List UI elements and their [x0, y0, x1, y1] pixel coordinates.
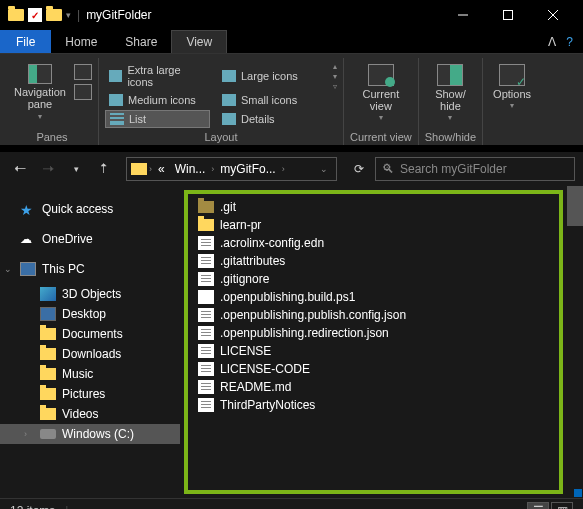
- sidebar-item-label: 3D Objects: [62, 287, 121, 301]
- layout-more-icon[interactable]: ▿: [333, 82, 337, 91]
- sidebar-item[interactable]: Downloads: [0, 344, 180, 364]
- address-dropdown-icon[interactable]: ⌄: [316, 164, 332, 174]
- file-icon: [198, 290, 214, 304]
- layout-option[interactable]: Details: [218, 110, 323, 128]
- file-item[interactable]: LICENSE: [194, 342, 553, 360]
- currentview-group-label: Current view: [350, 129, 412, 145]
- file-item[interactable]: .gitignore: [194, 270, 553, 288]
- sidebar-item[interactable]: Desktop: [0, 304, 180, 324]
- caret-down-icon[interactable]: ⌄: [4, 264, 14, 274]
- file-item[interactable]: .acrolinx-config.edn: [194, 234, 553, 252]
- search-input[interactable]: [400, 162, 568, 176]
- svg-rect-1: [503, 11, 512, 20]
- file-name: .git: [220, 200, 236, 214]
- file-item[interactable]: LICENSE-CODE: [194, 360, 553, 378]
- tab-file[interactable]: File: [0, 30, 51, 53]
- file-item[interactable]: .openpublishing.redirection.json: [194, 324, 553, 342]
- forward-button[interactable]: 🠒: [36, 157, 60, 181]
- tab-view[interactable]: View: [171, 30, 227, 53]
- file-icon: [198, 344, 214, 358]
- preview-pane-button[interactable]: [74, 64, 92, 80]
- close-button[interactable]: [530, 0, 575, 30]
- layout-option-label: Large icons: [241, 70, 298, 82]
- panes-group-label: Panes: [36, 129, 67, 145]
- layout-option[interactable]: Small icons: [218, 92, 323, 108]
- address-bar[interactable]: › « Win... › myGitFo... › ⌄: [126, 157, 337, 181]
- nav-pane-label: Navigation pane: [14, 86, 66, 110]
- chevron-down-icon: ▾: [38, 112, 42, 121]
- sidebar-item[interactable]: Pictures: [0, 384, 180, 404]
- chevron-right-icon[interactable]: ›: [211, 164, 214, 174]
- file-list[interactable]: .gitlearn-pr.acrolinx-config.edn.gitattr…: [184, 190, 563, 494]
- show-hide-button[interactable]: Show/ hide ▾: [431, 62, 470, 125]
- options-icon: [499, 64, 525, 86]
- sidebar-item[interactable]: ›Windows (C:): [0, 424, 180, 444]
- file-name: learn-pr: [220, 218, 261, 232]
- qat-dropdown-icon[interactable]: ▾: [66, 10, 71, 20]
- sidebar-item[interactable]: 3D Objects: [0, 284, 180, 304]
- refresh-button[interactable]: ⟳: [347, 162, 371, 176]
- chevron-right-icon[interactable]: ›: [282, 164, 285, 174]
- details-pane-button[interactable]: [74, 84, 92, 100]
- options-button[interactable]: Options ▾: [489, 62, 535, 113]
- folder-icon: [198, 219, 214, 231]
- file-name: .gitignore: [220, 272, 269, 286]
- chevron-right-icon[interactable]: ›: [149, 164, 152, 174]
- sidebar-item-onedrive[interactable]: ☁ OneDrive: [0, 224, 180, 254]
- layout-icon: [109, 70, 122, 82]
- file-item[interactable]: ThirdPartyNotices: [194, 396, 553, 414]
- cloud-icon: ☁: [20, 232, 36, 246]
- app-icon: [8, 9, 24, 21]
- content-area: .gitlearn-pr.acrolinx-config.edn.gitattr…: [180, 186, 583, 498]
- details-view-button[interactable]: ☰: [527, 502, 549, 510]
- file-item[interactable]: .git: [194, 198, 553, 216]
- file-item[interactable]: .openpublishing.publish.config.json: [194, 306, 553, 324]
- maximize-button[interactable]: [485, 0, 530, 30]
- search-box[interactable]: 🔍︎: [375, 157, 575, 181]
- recent-locations-button[interactable]: ▾: [64, 157, 88, 181]
- thumbnails-view-button[interactable]: ▦: [551, 502, 573, 510]
- sidebar-item[interactable]: Documents: [0, 324, 180, 344]
- file-item[interactable]: learn-pr: [194, 216, 553, 234]
- collapse-ribbon-icon[interactable]: ᐱ: [548, 35, 556, 49]
- chevron-down-icon: ▾: [448, 114, 452, 123]
- sidebar-item-label: Pictures: [62, 387, 105, 401]
- folder-icon: [40, 307, 56, 321]
- file-name: LICENSE-CODE: [220, 362, 310, 376]
- caret-icon[interactable]: ›: [24, 429, 34, 439]
- file-item[interactable]: .openpublishing.build.ps1: [194, 288, 553, 306]
- sidebar-item-thispc[interactable]: ⌄ This PC: [0, 254, 180, 284]
- layout-scroll-down-icon[interactable]: ▾: [333, 72, 337, 81]
- folder-icon: [131, 163, 147, 175]
- navigation-pane-button[interactable]: Navigation pane ▾: [12, 62, 68, 123]
- scrollbar-thumb[interactable]: [567, 186, 583, 226]
- layout-option[interactable]: Large icons: [218, 62, 323, 90]
- file-item[interactable]: README.md: [194, 378, 553, 396]
- tab-share[interactable]: Share: [111, 30, 171, 53]
- layout-options: Extra large iconsLarge iconsMedium icons…: [105, 62, 323, 128]
- layout-option[interactable]: Medium icons: [105, 92, 210, 108]
- back-button[interactable]: 🠐: [8, 157, 32, 181]
- layout-scroll-up-icon[interactable]: ▴: [333, 62, 337, 71]
- breadcrumb[interactable]: Win...: [171, 162, 210, 176]
- sidebar-item-quickaccess[interactable]: ★ Quick access: [0, 194, 180, 224]
- sidebar-item[interactable]: Videos: [0, 404, 180, 424]
- help-icon[interactable]: ?: [566, 35, 573, 49]
- file-icon: [198, 326, 214, 340]
- minimize-button[interactable]: [440, 0, 485, 30]
- breadcrumb[interactable]: «: [154, 162, 169, 176]
- current-view-button[interactable]: Current view ▾: [359, 62, 404, 125]
- layout-option[interactable]: List: [105, 110, 210, 128]
- layout-option[interactable]: Extra large icons: [105, 62, 210, 90]
- status-bar: 12 items | ☰ ▦: [0, 498, 583, 509]
- navigation-pane-icon: [28, 64, 52, 84]
- breadcrumb[interactable]: myGitFo...: [216, 162, 279, 176]
- tab-home[interactable]: Home: [51, 30, 111, 53]
- file-item[interactable]: .gitattributes: [194, 252, 553, 270]
- sidebar-item[interactable]: Music: [0, 364, 180, 384]
- layout-icon: [222, 113, 236, 125]
- up-button[interactable]: 🠑: [92, 157, 116, 181]
- qat-properties-icon[interactable]: ✓: [28, 8, 42, 22]
- navigation-tree[interactable]: ★ Quick access ☁ OneDrive ⌄ This PC 3D O…: [0, 186, 180, 498]
- qat-newfolder-icon[interactable]: [46, 9, 62, 21]
